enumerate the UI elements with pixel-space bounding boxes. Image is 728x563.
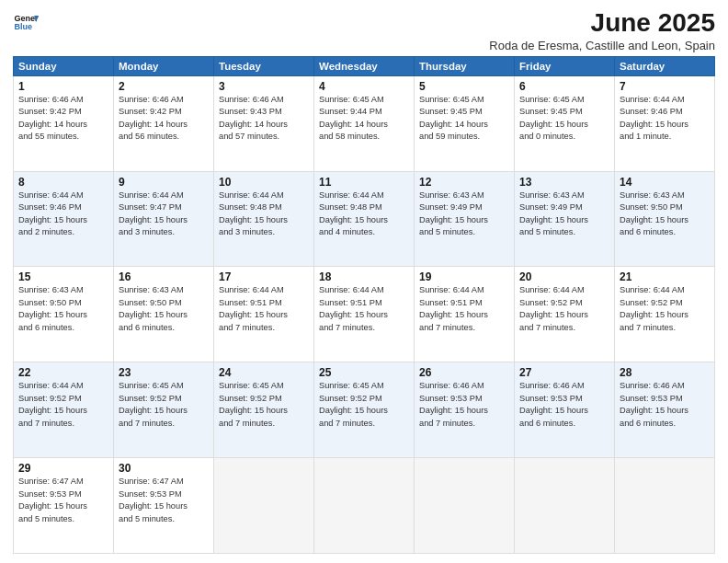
day-info: Sunrise: 6:43 AM Sunset: 9:49 PM Dayligh… [419, 190, 509, 239]
day-cell: 11Sunrise: 6:44 AM Sunset: 9:48 PM Dayli… [314, 171, 415, 267]
header: General Blue June 2025 Roda de Eresma, C… [13, 9, 715, 52]
day-info: Sunrise: 6:46 AM Sunset: 9:43 PM Dayligh… [219, 94, 309, 144]
week-row-4: 22Sunrise: 6:44 AM Sunset: 9:52 PM Dayli… [14, 362, 715, 458]
day-info: Sunrise: 6:45 AM Sunset: 9:52 PM Dayligh… [219, 380, 309, 430]
day-number: 12 [419, 176, 509, 189]
day-info: Sunrise: 6:44 AM Sunset: 9:51 PM Dayligh… [319, 284, 409, 334]
col-header-tuesday: Tuesday [214, 56, 314, 75]
day-number: 9 [119, 176, 209, 189]
day-number: 13 [519, 176, 609, 189]
day-cell [415, 458, 515, 554]
day-info: Sunrise: 6:46 AM Sunset: 9:42 PM Dayligh… [119, 94, 209, 144]
day-info: Sunrise: 6:44 AM Sunset: 9:46 PM Dayligh… [620, 94, 710, 144]
day-cell [515, 458, 615, 554]
day-number: 21 [620, 270, 710, 283]
day-info: Sunrise: 6:43 AM Sunset: 9:50 PM Dayligh… [620, 190, 710, 239]
day-number: 2 [119, 80, 209, 93]
day-number: 25 [319, 366, 409, 379]
day-cell: 4Sunrise: 6:45 AM Sunset: 9:44 PM Daylig… [314, 75, 415, 171]
day-cell: 13Sunrise: 6:43 AM Sunset: 9:49 PM Dayli… [515, 171, 615, 267]
day-cell: 18Sunrise: 6:44 AM Sunset: 9:51 PM Dayli… [314, 267, 415, 362]
calendar-table: SundayMondayTuesdayWednesdayThursdayFrid… [13, 56, 715, 554]
day-info: Sunrise: 6:45 AM Sunset: 9:52 PM Dayligh… [319, 380, 409, 430]
day-number: 27 [519, 366, 609, 379]
day-cell: 25Sunrise: 6:45 AM Sunset: 9:52 PM Dayli… [314, 362, 415, 458]
day-number: 18 [319, 270, 409, 283]
day-cell: 7Sunrise: 6:44 AM Sunset: 9:46 PM Daylig… [615, 75, 715, 171]
day-number: 24 [219, 366, 309, 379]
day-cell: 23Sunrise: 6:45 AM Sunset: 9:52 PM Dayli… [114, 362, 214, 458]
day-number: 7 [620, 80, 710, 93]
logo: General Blue [13, 9, 39, 35]
day-number: 19 [419, 270, 509, 283]
day-cell: 1Sunrise: 6:46 AM Sunset: 9:42 PM Daylig… [14, 75, 114, 171]
day-info: Sunrise: 6:47 AM Sunset: 9:53 PM Dayligh… [18, 476, 108, 525]
day-cell: 12Sunrise: 6:43 AM Sunset: 9:49 PM Dayli… [415, 171, 515, 267]
day-number: 16 [119, 270, 209, 283]
day-cell: 17Sunrise: 6:44 AM Sunset: 9:51 PM Dayli… [214, 267, 314, 362]
day-number: 1 [18, 80, 108, 93]
day-cell: 24Sunrise: 6:45 AM Sunset: 9:52 PM Dayli… [214, 362, 314, 458]
day-cell: 6Sunrise: 6:45 AM Sunset: 9:45 PM Daylig… [515, 75, 615, 171]
day-number: 8 [18, 176, 108, 189]
day-number: 4 [319, 80, 409, 93]
day-cell: 5Sunrise: 6:45 AM Sunset: 9:45 PM Daylig… [415, 75, 515, 171]
day-number: 10 [219, 176, 309, 189]
day-cell: 22Sunrise: 6:44 AM Sunset: 9:52 PM Dayli… [14, 362, 114, 458]
day-cell: 3Sunrise: 6:46 AM Sunset: 9:43 PM Daylig… [214, 75, 314, 171]
day-cell: 14Sunrise: 6:43 AM Sunset: 9:50 PM Dayli… [615, 171, 715, 267]
day-cell: 28Sunrise: 6:46 AM Sunset: 9:53 PM Dayli… [615, 362, 715, 458]
day-info: Sunrise: 6:45 AM Sunset: 9:44 PM Dayligh… [319, 94, 409, 144]
logo-icon: General Blue [13, 9, 39, 35]
page: General Blue June 2025 Roda de Eresma, C… [0, 0, 728, 563]
day-cell: 20Sunrise: 6:44 AM Sunset: 9:52 PM Dayli… [515, 267, 615, 362]
day-info: Sunrise: 6:46 AM Sunset: 9:42 PM Dayligh… [18, 94, 108, 144]
day-cell [214, 458, 314, 554]
title-block: June 2025 Roda de Eresma, Castille and L… [489, 9, 715, 52]
day-number: 15 [18, 270, 108, 283]
day-number: 28 [620, 366, 710, 379]
day-number: 6 [519, 80, 609, 93]
day-info: Sunrise: 6:44 AM Sunset: 9:52 PM Dayligh… [18, 380, 108, 430]
day-number: 11 [319, 176, 409, 189]
day-cell: 15Sunrise: 6:43 AM Sunset: 9:50 PM Dayli… [14, 267, 114, 362]
day-info: Sunrise: 6:45 AM Sunset: 9:45 PM Dayligh… [419, 94, 509, 144]
week-row-2: 8Sunrise: 6:44 AM Sunset: 9:46 PM Daylig… [14, 171, 715, 267]
day-info: Sunrise: 6:47 AM Sunset: 9:53 PM Dayligh… [119, 476, 209, 525]
day-cell [615, 458, 715, 554]
day-number: 26 [419, 366, 509, 379]
week-row-3: 15Sunrise: 6:43 AM Sunset: 9:50 PM Dayli… [14, 267, 715, 362]
day-number: 22 [18, 366, 108, 379]
day-info: Sunrise: 6:46 AM Sunset: 9:53 PM Dayligh… [419, 380, 509, 430]
day-number: 17 [219, 270, 309, 283]
week-row-1: 1Sunrise: 6:46 AM Sunset: 9:42 PM Daylig… [14, 75, 715, 171]
col-header-friday: Friday [515, 56, 615, 75]
col-header-sunday: Sunday [14, 56, 114, 75]
day-cell: 8Sunrise: 6:44 AM Sunset: 9:46 PM Daylig… [14, 171, 114, 267]
day-info: Sunrise: 6:43 AM Sunset: 9:49 PM Dayligh… [519, 190, 609, 239]
day-number: 29 [18, 462, 108, 475]
day-info: Sunrise: 6:43 AM Sunset: 9:50 PM Dayligh… [18, 284, 108, 334]
week-row-5: 29Sunrise: 6:47 AM Sunset: 9:53 PM Dayli… [14, 458, 715, 554]
main-title: June 2025 [489, 9, 715, 38]
calendar-body: 1Sunrise: 6:46 AM Sunset: 9:42 PM Daylig… [14, 75, 715, 553]
day-info: Sunrise: 6:43 AM Sunset: 9:50 PM Dayligh… [119, 284, 209, 334]
day-number: 14 [620, 176, 710, 189]
day-info: Sunrise: 6:44 AM Sunset: 9:52 PM Dayligh… [519, 284, 609, 334]
day-info: Sunrise: 6:44 AM Sunset: 9:51 PM Dayligh… [219, 284, 309, 334]
day-cell: 26Sunrise: 6:46 AM Sunset: 9:53 PM Dayli… [415, 362, 515, 458]
day-number: 30 [119, 462, 209, 475]
col-header-thursday: Thursday [415, 56, 515, 75]
day-info: Sunrise: 6:44 AM Sunset: 9:48 PM Dayligh… [319, 190, 409, 239]
day-info: Sunrise: 6:44 AM Sunset: 9:47 PM Dayligh… [119, 190, 209, 239]
day-cell: 21Sunrise: 6:44 AM Sunset: 9:52 PM Dayli… [615, 267, 715, 362]
day-number: 5 [419, 80, 509, 93]
day-cell: 27Sunrise: 6:46 AM Sunset: 9:53 PM Dayli… [515, 362, 615, 458]
day-info: Sunrise: 6:46 AM Sunset: 9:53 PM Dayligh… [519, 380, 609, 430]
day-cell: 19Sunrise: 6:44 AM Sunset: 9:51 PM Dayli… [415, 267, 515, 362]
svg-text:Blue: Blue [14, 22, 32, 31]
day-info: Sunrise: 6:46 AM Sunset: 9:53 PM Dayligh… [620, 380, 710, 430]
subtitle: Roda de Eresma, Castille and Leon, Spain [489, 39, 715, 52]
col-header-monday: Monday [114, 56, 214, 75]
day-cell: 16Sunrise: 6:43 AM Sunset: 9:50 PM Dayli… [114, 267, 214, 362]
